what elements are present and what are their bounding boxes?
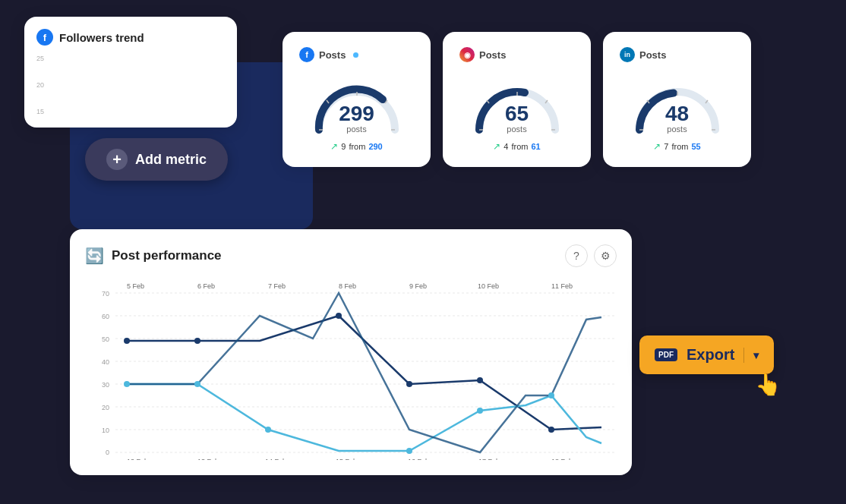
trend-up-icon: ↗: [493, 141, 500, 152]
linkedin-platform-icon: in: [620, 47, 635, 62]
posts-label: Posts: [319, 49, 346, 61]
instagram-posts-card: ◉ Posts 65 posts ↗: [443, 32, 591, 167]
svg-text:70: 70: [102, 290, 109, 298]
line-chart-svg: 70 60 50 40 30 20 10 0 5 Feb 6 Feb 7 Feb…: [85, 278, 617, 460]
svg-text:9 Feb: 9 Feb: [409, 282, 427, 290]
followers-trend-card: f Followers trend 25 20 15: [24, 17, 237, 128]
gauge-value: 65 posts: [505, 103, 529, 134]
data-point: [406, 381, 412, 387]
facebook-icon: f: [36, 29, 53, 46]
posts-label: Posts: [479, 49, 506, 61]
trend-up-icon: ↗: [330, 141, 338, 152]
instagram-platform-icon: ◉: [459, 47, 475, 62]
line-series-2: [127, 384, 601, 451]
trend-up-icon: ↗: [653, 141, 661, 152]
change-value: 7: [664, 142, 668, 151]
svg-text:50: 50: [102, 335, 109, 343]
data-point: [406, 448, 412, 454]
line-series-1: [127, 316, 601, 430]
gauge-value: 299 posts: [339, 103, 374, 134]
svg-text:7 Feb: 7 Feb: [268, 282, 286, 290]
gauge-unit: posts: [339, 124, 374, 134]
pdf-badge: PDF: [655, 348, 677, 361]
svg-text:15 Feb: 15 Feb: [336, 458, 357, 460]
linkedin-posts-card: in Posts 48 posts ↗: [603, 32, 751, 167]
gauge-number: 48: [665, 103, 689, 124]
from-value: 61: [531, 142, 540, 151]
svg-text:16 Feb: 16 Feb: [408, 458, 429, 460]
change-value: 4: [503, 142, 508, 151]
gauge-value: 48 posts: [665, 103, 689, 134]
help-button[interactable]: ?: [565, 244, 588, 267]
data-point: [336, 313, 342, 319]
data-point: [477, 408, 483, 414]
export-label: Export: [687, 346, 734, 364]
svg-text:12 Feb: 12 Feb: [127, 458, 148, 460]
data-point: [194, 338, 200, 344]
export-button[interactable]: PDF Export ▾ 👆: [639, 335, 774, 374]
svg-text:40: 40: [102, 358, 109, 366]
svg-text:30: 30: [102, 381, 109, 389]
svg-text:10: 10: [102, 427, 109, 434]
header-actions: ? ⚙: [565, 244, 617, 267]
performance-chart-card: 🔄 Post performance ? ⚙ 70 60: [70, 229, 632, 475]
active-indicator: [353, 52, 358, 58]
posts-label: Posts: [639, 49, 666, 61]
svg-text:5 Feb: 5 Feb: [127, 282, 144, 290]
dashboard-container: f Followers trend 25 20 15 + Add metr: [24, 17, 822, 487]
line-series-1b: [127, 293, 601, 452]
data-point: [124, 381, 130, 387]
metric-change: ↗ 4 from 61: [493, 141, 540, 152]
posts-metrics-row: f Posts 299: [283, 32, 751, 167]
card-header: f Posts: [299, 47, 414, 62]
svg-text:8 Feb: 8 Feb: [339, 282, 356, 290]
gauge-number: 65: [505, 103, 529, 124]
chart-header: 🔄 Post performance ? ⚙: [85, 244, 617, 267]
add-metric-button[interactable]: + Add metric: [85, 138, 228, 181]
change-value: 9: [341, 142, 346, 151]
metric-change: ↗ 9 from 290: [330, 141, 382, 152]
gauge-number: 299: [339, 103, 374, 124]
chevron-down-icon[interactable]: ▾: [753, 349, 759, 361]
svg-text:14 Feb: 14 Feb: [265, 458, 286, 460]
svg-text:60: 60: [102, 313, 109, 320]
facebook-posts-card: f Posts 299: [283, 32, 431, 167]
svg-text:18 Feb: 18 Feb: [551, 458, 573, 460]
svg-text:13 Feb: 13 Feb: [197, 458, 219, 460]
chart-area: 70 60 50 40 30 20 10 0 5 Feb 6 Feb 7 Feb…: [85, 278, 617, 460]
title-area: 🔄 Post performance: [85, 247, 222, 265]
y-axis-labels: 25 20 15: [36, 55, 44, 115]
plus-circle-icon: +: [106, 149, 128, 170]
svg-text:20: 20: [102, 404, 109, 411]
svg-text:6 Feb: 6 Feb: [197, 282, 215, 290]
data-point: [124, 338, 130, 344]
card-header: in Posts: [620, 47, 734, 62]
data-point: [548, 392, 554, 398]
gauge-unit: posts: [505, 124, 529, 134]
data-point: [548, 427, 554, 433]
settings-button[interactable]: ⚙: [594, 244, 617, 267]
gauge-linkedin: 48 posts: [628, 73, 727, 134]
from-value: 290: [368, 142, 382, 151]
facebook-platform-icon: f: [299, 47, 314, 62]
gauge-facebook: 299 posts: [308, 73, 406, 134]
followers-card-header: f Followers trend: [36, 29, 225, 46]
svg-text:17 Feb: 17 Feb: [478, 458, 500, 460]
cursor-hand-icon: 👆: [755, 372, 781, 397]
svg-text:0: 0: [106, 449, 109, 456]
chart-icon: 🔄: [85, 247, 104, 265]
gauge-unit: posts: [665, 124, 689, 134]
card-header: ◉ Posts: [459, 47, 574, 62]
data-point: [477, 377, 483, 383]
add-metric-label: Add metric: [135, 152, 207, 168]
data-point: [265, 427, 271, 433]
export-divider: [743, 348, 744, 363]
bar-chart: 25 20 15: [36, 55, 225, 115]
chart-title: Post performance: [112, 248, 222, 263]
followers-title: Followers trend: [59, 31, 144, 44]
data-point: [194, 381, 200, 387]
svg-text:10 Feb: 10 Feb: [478, 282, 499, 290]
gauge-instagram: 65 posts: [468, 73, 567, 134]
from-value: 55: [691, 142, 700, 151]
svg-text:11 Feb: 11 Feb: [551, 282, 573, 290]
